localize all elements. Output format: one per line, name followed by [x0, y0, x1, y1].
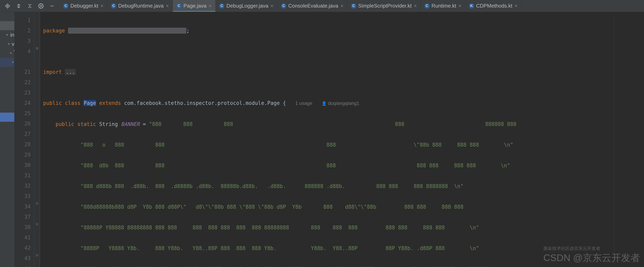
tree-item[interactable]: CPage [0, 112, 14, 122]
fold-toggle[interactable] [34, 53, 40, 64]
tree-arrow-icon[interactable]: ▾ [6, 33, 8, 37]
folded-imports[interactable]: ... [65, 69, 76, 75]
close-icon[interactable]: ✕ [270, 4, 274, 8]
tree-item[interactable]: KScriptSourceProvider [0, 168, 14, 177]
project-tree[interactable]: ndk ▾in▾va▾com▾ ▾debugtoolsCConsoleEvalu… [0, 12, 14, 267]
line-number[interactable]: 3 [14, 36, 31, 46]
tree-item[interactable]: CLog [0, 104, 14, 112]
tree-item[interactable]: KV8Debugger [0, 195, 14, 204]
tree-item[interactable]: KStethoHelper [0, 186, 14, 195]
fold-toggle[interactable] [34, 105, 40, 116]
line-number[interactable]: 29 [14, 150, 31, 160]
tab-debugruntime-java[interactable]: CDebugRuntime.java✕ [108, 0, 173, 12]
line-number[interactable]: 30 [14, 160, 31, 170]
gear-icon[interactable] [38, 2, 44, 10]
close-icon[interactable]: ✕ [340, 4, 344, 8]
fold-toggle[interactable] [34, 74, 40, 84]
line-number[interactable]: 22 [14, 77, 31, 88]
line-number[interactable]: 33 [14, 191, 31, 201]
fold-toggle[interactable] [34, 136, 40, 146]
fold-toggle[interactable]: ⊟ [34, 219, 40, 229]
tab-page-java[interactable]: CPage.java✕ [173, 0, 216, 12]
line-number[interactable]: 21 [14, 67, 31, 77]
line-number[interactable]: 38 [14, 222, 31, 232]
fold-toggle[interactable] [34, 84, 40, 95]
tree-item[interactable]: KMappers.kt [0, 149, 14, 158]
line-number[interactable]: 43 [14, 253, 31, 264]
tab-simplescriptprovider-kt[interactable]: CSimpleScriptProvider.kt✕ [348, 0, 421, 12]
fold-toggle[interactable] [34, 240, 40, 250]
tree-item[interactable]: CDebugRuntime [0, 94, 14, 104]
close-icon[interactable]: ✕ [414, 4, 417, 8]
tree-arrow-icon[interactable]: ▾ [10, 51, 12, 55]
fold-toggle[interactable] [34, 157, 40, 167]
line-number[interactable]: 4 [14, 46, 31, 56]
line-number[interactable]: 31 [14, 170, 31, 181]
fold-toggle[interactable] [34, 33, 40, 43]
tree-item[interactable]: KV8Messenger [0, 204, 14, 213]
close-icon[interactable]: ✕ [166, 4, 169, 8]
close-icon[interactable]: ✕ [514, 4, 518, 8]
fold-toggle[interactable]: ⊟ [34, 198, 40, 208]
author-hint[interactable]: duqiangqiang1 [328, 100, 360, 106]
line-number[interactable]: 23 [14, 88, 31, 98]
close-icon[interactable]: ✕ [208, 4, 212, 8]
code-area[interactable]: package ; import ... public class Page e… [40, 12, 644, 267]
close-icon[interactable]: ✕ [458, 4, 462, 8]
expand-all-icon[interactable] [15, 2, 22, 10]
tab-runtime-kt[interactable]: CRuntime.kt✕ [421, 0, 466, 12]
line-number[interactable]: 41 [14, 232, 31, 243]
line-number[interactable]: 42 [14, 243, 31, 253]
tree-item[interactable]: CConsoleEvaluate [0, 76, 14, 85]
fold-toggle[interactable] [34, 22, 40, 33]
line-number[interactable]: 24 [14, 98, 31, 108]
line-number[interactable] [14, 56, 31, 67]
tree-item[interactable] [0, 21, 14, 30]
tree-item[interactable]: KRuntime [0, 158, 14, 168]
fold-toggle[interactable] [34, 116, 40, 126]
tab-cdpmethods-kt[interactable]: KCDPMethods.kt✕ [466, 0, 522, 12]
tree-item[interactable]: KCDPMethods.kt [0, 131, 14, 140]
fold-toggle[interactable] [34, 229, 40, 240]
tree-item[interactable]: KSimpleScriptProvider [0, 177, 14, 186]
line-number[interactable]: 37 [14, 212, 31, 222]
line-number[interactable]: 28 [14, 139, 31, 150]
tree-arrow-icon[interactable]: ▾ [12, 60, 14, 64]
fold-column[interactable]: ⊞⊟⊟⊟ [34, 12, 40, 267]
fold-toggle[interactable] [34, 146, 40, 157]
tab-debuglogger-java[interactable]: CDebugLogger.java✕ [216, 0, 278, 12]
line-number[interactable]: 26 [14, 118, 31, 129]
target-icon[interactable] [4, 2, 11, 10]
tree-item[interactable]: ▾in [0, 30, 14, 40]
tree-item[interactable]: ndk [0, 12, 14, 21]
fold-toggle[interactable] [34, 12, 40, 22]
line-number[interactable]: 1 [14, 15, 31, 26]
usage-hint[interactable]: 1 usage [295, 100, 312, 106]
fold-toggle[interactable]: ⊞ [34, 43, 40, 53]
fold-toggle[interactable] [34, 64, 40, 74]
tree-item[interactable]: CDebugLogger [0, 85, 14, 94]
tab-debugger-kt[interactable]: CDebugger.kt✕ [60, 0, 108, 12]
tab-consoleevaluate-java[interactable]: CConsoleEvaluate.java✕ [278, 0, 348, 12]
tree-item[interactable]: KDebugger [0, 140, 14, 149]
line-number[interactable]: 2 [14, 26, 31, 36]
fold-toggle[interactable] [34, 167, 40, 178]
fold-toggle[interactable] [34, 178, 40, 188]
fold-toggle[interactable] [34, 95, 40, 105]
fold-toggle[interactable] [34, 126, 40, 136]
tree-item[interactable]: ▸utils [0, 122, 14, 131]
fold-toggle[interactable]: ⊟ [34, 250, 40, 260]
line-number[interactable]: 27 [14, 129, 31, 139]
line-number[interactable]: 32 [14, 181, 31, 191]
tree-item[interactable]: ▾debugtools [0, 67, 14, 76]
tree-item[interactable]: ▾va [0, 40, 14, 48]
tree-arrow-icon[interactable]: ▾ [8, 42, 10, 46]
close-icon[interactable]: ✕ [100, 4, 104, 8]
line-number[interactable]: 25 [14, 108, 31, 118]
line-number[interactable]: 34 [14, 201, 31, 212]
fold-toggle[interactable] [34, 188, 40, 198]
tree-item[interactable]: ▾ [0, 58, 14, 67]
collapse-all-icon[interactable] [26, 2, 34, 10]
fold-toggle[interactable] [34, 208, 40, 219]
fold-toggle[interactable] [34, 260, 40, 267]
